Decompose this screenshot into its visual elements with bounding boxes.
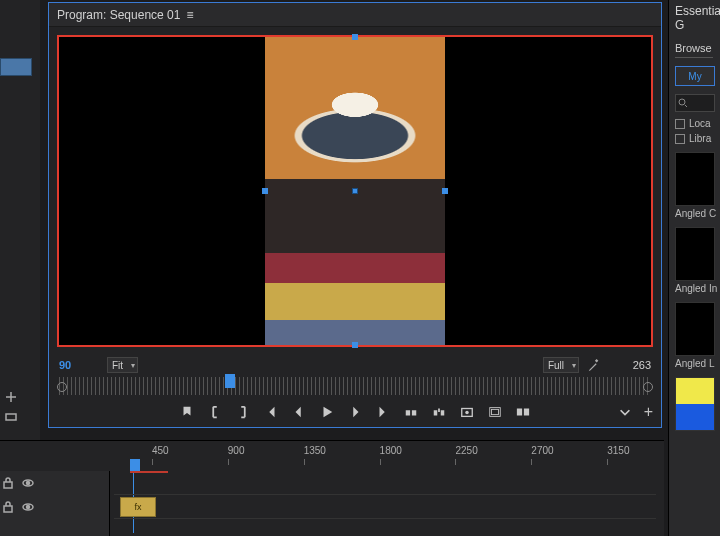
ruler-tick: 3150 xyxy=(607,445,629,456)
extract-button[interactable] xyxy=(432,405,446,419)
zoom-dropdown[interactable]: Fit xyxy=(107,357,138,373)
eg-library-checkbox[interactable]: Libra xyxy=(675,133,720,144)
scrub-playhead[interactable] xyxy=(225,374,235,388)
svg-rect-2 xyxy=(412,410,416,415)
ruler-tick: 900 xyxy=(228,445,245,456)
program-monitor-panel: Program: Sequence 01 ≡ 90 Fit Full 263 xyxy=(48,2,662,428)
eg-template-thumb-2[interactable] xyxy=(675,227,715,281)
panel-header: Program: Sequence 01 ≡ xyxy=(49,3,661,27)
eg-local-label: Loca xyxy=(689,118,711,129)
selection-anchor-center[interactable] xyxy=(352,188,358,194)
eg-template-thumb-4[interactable] xyxy=(675,377,715,431)
ruler-tick: 2700 xyxy=(531,445,553,456)
lift-button[interactable] xyxy=(404,405,418,419)
svg-point-14 xyxy=(27,482,30,485)
ruler-tick: 1350 xyxy=(304,445,326,456)
track-v2[interactable] xyxy=(114,471,656,495)
eg-local-checkbox[interactable]: Loca xyxy=(675,118,720,129)
svg-rect-10 xyxy=(524,409,529,416)
checkbox-icon[interactable] xyxy=(675,134,685,144)
essential-graphics-panel: Essential G Browse My Loca Libra Angled … xyxy=(668,0,720,536)
button-editor-add[interactable]: + xyxy=(640,403,653,421)
program-viewer[interactable] xyxy=(57,35,653,347)
export-frame-button[interactable] xyxy=(460,405,474,419)
timecode-right[interactable]: 263 xyxy=(609,359,651,371)
quality-dropdown[interactable]: Full xyxy=(543,357,579,373)
svg-rect-12 xyxy=(4,482,12,488)
timecode-left[interactable]: 90 xyxy=(59,359,99,371)
track-header-v2[interactable] xyxy=(2,471,34,495)
lock-icon[interactable] xyxy=(2,501,14,513)
search-icon xyxy=(678,98,688,108)
safe-margin-button[interactable] xyxy=(488,405,502,419)
selection-handle-right[interactable] xyxy=(442,188,448,194)
lock-icon[interactable] xyxy=(2,477,14,489)
clip-fx-badge: fx xyxy=(134,502,141,512)
eg-template-thumb-3[interactable] xyxy=(675,302,715,356)
eg-title: Essential G xyxy=(675,4,720,32)
eg-template-label-3: Angled L xyxy=(675,358,720,369)
mark-in-button[interactable] xyxy=(208,405,222,419)
settings-wrench-icon[interactable] xyxy=(587,358,601,372)
video-frame[interactable] xyxy=(265,37,445,345)
eye-icon[interactable] xyxy=(22,501,34,513)
svg-point-11 xyxy=(679,99,685,105)
panel-title: Program: Sequence 01 xyxy=(57,8,180,22)
svg-rect-1 xyxy=(406,410,410,415)
mark-out-button[interactable] xyxy=(236,405,250,419)
svg-rect-15 xyxy=(4,506,12,512)
svg-rect-0 xyxy=(6,414,16,420)
track-header-v1[interactable] xyxy=(2,495,34,519)
ruler-tick: 1800 xyxy=(380,445,402,456)
insert-icon[interactable] xyxy=(4,390,18,404)
track-header-column xyxy=(0,471,110,536)
source-clip-strip[interactable] xyxy=(0,58,32,76)
goto-out-button[interactable] xyxy=(376,405,390,419)
panel-menu-icon[interactable]: ≡ xyxy=(186,8,193,22)
svg-rect-3 xyxy=(434,410,438,415)
svg-rect-9 xyxy=(517,409,522,416)
selection-handle-left[interactable] xyxy=(262,188,268,194)
overwrite-icon[interactable] xyxy=(4,410,18,424)
ruler-tick: 2250 xyxy=(455,445,477,456)
eg-search-input[interactable] xyxy=(675,94,715,112)
eg-template-label-1: Angled C xyxy=(675,208,720,219)
source-panel-sliver xyxy=(0,0,40,460)
add-marker-button[interactable] xyxy=(180,405,194,419)
zoom-dropdown-label: Fit xyxy=(112,360,123,371)
svg-point-17 xyxy=(27,506,30,509)
more-overflow-button[interactable] xyxy=(618,405,632,419)
time-ruler[interactable]: 450 900 1350 1800 2250 2700 3150 xyxy=(114,445,656,467)
eye-icon[interactable] xyxy=(22,477,34,489)
svg-rect-4 xyxy=(441,410,445,415)
eg-template-thumb-1[interactable] xyxy=(675,152,715,206)
ruler-tick: 450 xyxy=(152,445,169,456)
track-v1[interactable]: fx xyxy=(114,495,656,519)
eg-library-label: Libra xyxy=(689,133,711,144)
timeline-panel: 450 900 1350 1800 2250 2700 3150 fx xyxy=(0,440,664,536)
timeline-clip[interactable]: fx xyxy=(120,497,156,517)
svg-rect-8 xyxy=(492,409,499,414)
timeline-tracks: fx xyxy=(0,471,656,536)
step-back-button[interactable] xyxy=(292,405,306,419)
comparison-view-button[interactable] xyxy=(516,405,530,419)
viewer-footer: 90 Fit Full 263 xyxy=(49,355,661,375)
play-button[interactable] xyxy=(320,405,334,419)
scrub-bar[interactable] xyxy=(59,377,651,395)
quality-dropdown-label: Full xyxy=(548,360,564,371)
checkbox-icon[interactable] xyxy=(675,119,685,129)
eg-my-templates-button[interactable]: My xyxy=(675,66,715,86)
goto-in-button[interactable] xyxy=(264,405,278,419)
transport-bar: + xyxy=(49,397,661,427)
selection-handle-top[interactable] xyxy=(352,34,358,40)
step-forward-button[interactable] xyxy=(348,405,362,419)
eg-template-label-2: Angled In xyxy=(675,283,720,294)
eg-tab-browse[interactable]: Browse xyxy=(675,42,713,58)
selection-handle-bottom[interactable] xyxy=(352,342,358,348)
svg-point-6 xyxy=(465,411,469,415)
